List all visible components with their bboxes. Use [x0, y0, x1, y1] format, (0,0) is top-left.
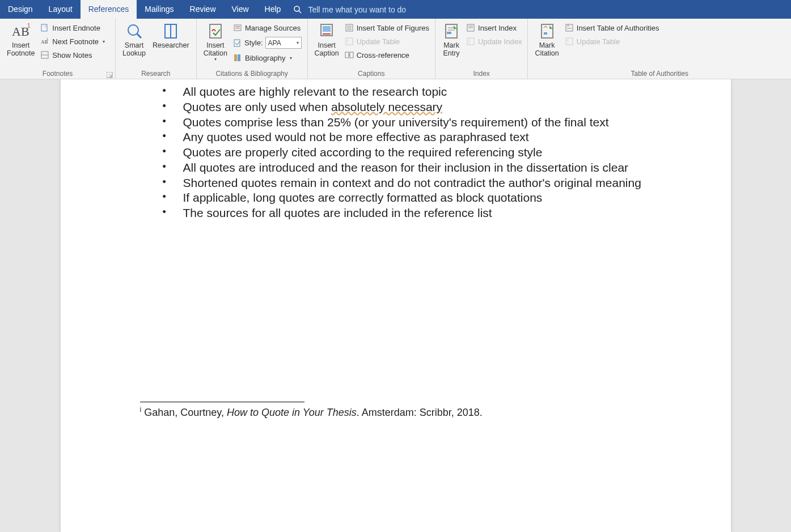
next-footnote-icon: AB1: [40, 37, 49, 46]
next-footnote-label: Next Footnote: [52, 37, 99, 46]
citation-style-row: Style: APA ▾: [231, 36, 304, 50]
mark-entry-label: MarkEntry: [443, 41, 459, 58]
search-icon: [293, 5, 302, 14]
list-item[interactable]: All quotes are highly relevant to the re…: [163, 85, 652, 99]
researcher-icon: [162, 22, 180, 40]
insert-tof-label: Insert Table of Figures: [357, 24, 429, 32]
footnote-icon: AB 1: [12, 22, 30, 40]
insert-index-button[interactable]: Insert Index: [464, 22, 524, 33]
tab-layout[interactable]: Layout: [41, 0, 81, 19]
list-item[interactable]: Any quotes used would not be more effect…: [163, 130, 652, 144]
group-footnotes-label: Footnotes: [43, 70, 73, 78]
manage-sources-button[interactable]: Manage Sources: [231, 22, 304, 33]
list-item[interactable]: Quotes comprise less than 25% (or your u…: [163, 116, 652, 130]
bibliography-button[interactable]: Bibliography ▾: [231, 52, 304, 63]
tab-view[interactable]: View: [224, 0, 257, 19]
document-workspace[interactable]: All quotes are highly relevant to the re…: [0, 79, 791, 532]
chevron-down-icon: ▾: [214, 57, 217, 62]
chevron-down-icon: ▾: [297, 40, 299, 45]
list-item[interactable]: The sources for all quotes are included …: [163, 206, 652, 220]
smart-lookup-icon: [125, 22, 143, 40]
update-index-icon: !: [466, 37, 475, 46]
tab-mailings[interactable]: Mailings: [137, 0, 181, 19]
group-research: SmartLookup Researcher Research: [116, 19, 197, 79]
svg-text:AB: AB: [12, 24, 29, 39]
group-toa: MarkCitation Insert Table of Authorities…: [528, 19, 791, 79]
mark-entry-button[interactable]: MarkEntry: [439, 21, 464, 58]
cross-reference-button[interactable]: Cross-reference: [342, 49, 432, 61]
footnote-italic: How to Quote in Your Thesis: [227, 407, 357, 418]
tell-me-input[interactable]: [307, 5, 443, 15]
mark-citation-label: MarkCitation: [535, 41, 559, 58]
svg-text:!: !: [468, 39, 470, 45]
insert-caption-label: InsertCaption: [315, 41, 339, 58]
insert-index-icon: [466, 23, 475, 32]
svg-rect-14: [171, 24, 176, 38]
next-footnote-button[interactable]: AB1 Next Footnote ▾: [38, 36, 107, 47]
list-item[interactable]: Quotes are only used when absolutely nec…: [163, 100, 652, 114]
group-footnotes: AB 1 InsertFootnote i Insert Endnote AB1…: [0, 19, 116, 79]
list-item[interactable]: Shortened quotes remain in context and d…: [163, 176, 652, 190]
citation-style-select[interactable]: APA ▾: [265, 37, 302, 49]
svg-text:!: !: [347, 39, 349, 45]
insert-endnote-button[interactable]: i Insert Endnote: [38, 22, 107, 33]
insert-citation-icon: [206, 22, 225, 40]
tab-help[interactable]: Help: [257, 0, 289, 19]
mark-citation-button[interactable]: MarkCitation: [531, 21, 562, 58]
insert-table-of-figures-button[interactable]: Insert Table of Figures: [342, 22, 432, 33]
insert-footnote-label: InsertFootnote: [7, 41, 35, 58]
group-citations: InsertCitation ▾ Manage Sources Style: A…: [197, 19, 308, 79]
citation-style-value: APA: [268, 39, 281, 47]
endnote-icon: i: [40, 23, 49, 32]
smart-lookup-button[interactable]: SmartLookup: [119, 21, 149, 58]
mark-citation-icon: [538, 22, 556, 40]
list-item[interactable]: All quotes are introduced and the reason…: [163, 161, 652, 175]
list-item[interactable]: If applicable, long quotes are correctly…: [163, 191, 652, 205]
svg-text:i: i: [45, 24, 46, 28]
insert-toa-button[interactable]: Insert Table of Authorities: [562, 22, 662, 33]
cross-reference-label: Cross-reference: [357, 51, 409, 59]
svg-rect-42: [542, 24, 553, 38]
insert-endnote-label: Insert Endnote: [52, 24, 100, 32]
svg-point-0: [294, 6, 299, 11]
insert-caption-button[interactable]: InsertCaption: [311, 21, 342, 58]
update-table-captions-label: Update Table: [357, 37, 400, 46]
mark-entry-icon: [442, 22, 460, 40]
dialog-launcher-icon[interactable]: [107, 72, 113, 78]
svg-text:1: 1: [27, 23, 30, 29]
bibliography-label: Bibliography: [245, 54, 286, 62]
show-notes-button[interactable]: Show Notes: [38, 49, 107, 61]
update-index-label: Update Index: [478, 37, 522, 46]
list-item[interactable]: Quotes are properly cited according to t…: [163, 146, 652, 160]
svg-rect-4: [41, 24, 47, 31]
insert-toa-label: Insert Table of Authorities: [577, 24, 659, 32]
ribbon-references: AB 1 InsertFootnote i Insert Endnote AB1…: [0, 19, 791, 79]
svg-rect-33: [446, 24, 457, 38]
svg-rect-21: [238, 54, 240, 61]
footnote-separator: [140, 402, 304, 402]
bibliography-icon: [233, 53, 242, 62]
tell-me-container: [293, 5, 443, 15]
style-label: Style:: [244, 39, 263, 47]
svg-rect-32: [350, 52, 353, 58]
insert-footnote-button[interactable]: AB 1 InsertFootnote: [3, 21, 38, 58]
update-toa-button: ! Update Table: [562, 36, 662, 47]
insert-caption-icon: [318, 22, 336, 40]
tab-references[interactable]: References: [81, 0, 137, 19]
svg-rect-44: [566, 24, 573, 31]
tab-design[interactable]: Design: [0, 0, 41, 19]
svg-rect-43: [544, 32, 547, 35]
document-page[interactable]: All quotes are highly relevant to the re…: [61, 79, 731, 532]
svg-line-1: [299, 11, 301, 13]
svg-text:1: 1: [46, 37, 49, 41]
svg-rect-19: [234, 40, 240, 46]
svg-point-11: [128, 25, 138, 35]
group-index: MarkEntry Insert Index ! Update Index In…: [435, 19, 528, 79]
insert-citation-button[interactable]: InsertCitation ▾: [200, 21, 231, 62]
svg-rect-31: [345, 52, 349, 58]
tab-review[interactable]: Review: [182, 0, 224, 19]
footnote-text[interactable]: i Gahan, Courtney, How to Quote in Your …: [140, 406, 652, 419]
researcher-button[interactable]: Researcher: [149, 21, 193, 49]
update-table-captions-button: ! Update Table: [342, 36, 432, 47]
group-toa-label: Table of Authorities: [531, 70, 788, 79]
